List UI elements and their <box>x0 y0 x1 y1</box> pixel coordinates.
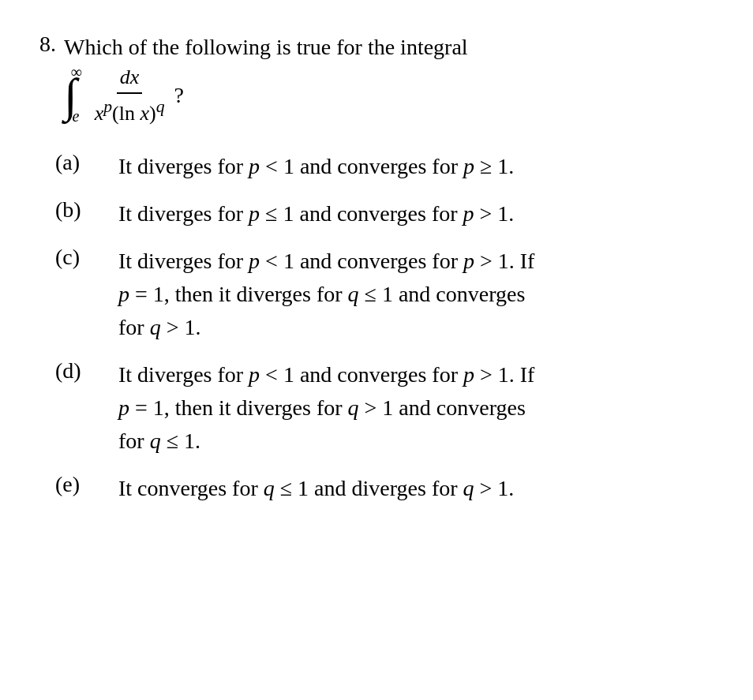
option-text-e: It converges for q ≤ 1 and diverges for … <box>118 472 514 505</box>
integral-expression: ∫ ∞ e dx xp(ln x)q ? <box>64 64 468 126</box>
option-text-d: It diverges for p < 1 and converges for … <box>118 358 534 458</box>
question-header: 8. Which of the following is true for th… <box>39 32 714 126</box>
option-row-d: (d) It diverges for p < 1 and converges … <box>55 358 714 458</box>
fraction-denominator: xp(ln x)q <box>92 94 168 126</box>
option-row-c: (c) It diverges for p < 1 and converges … <box>55 245 714 344</box>
question-mark: ? <box>174 83 184 108</box>
options-list: (a) It diverges for p < 1 and converges … <box>55 150 714 505</box>
integral-fraction: dx xp(ln x)q <box>92 64 168 126</box>
option-row-a: (a) It diverges for p < 1 and converges … <box>55 150 714 183</box>
integral-upper-limit: ∞ <box>70 62 81 81</box>
option-row-b: (b) It diverges for p ≤ 1 and converges … <box>55 197 714 230</box>
option-text-a: It diverges for p < 1 and converges for … <box>118 150 514 183</box>
option-label-e: (e) <box>55 472 95 497</box>
integral-lower-limit: e <box>72 107 79 125</box>
question-container: 8. Which of the following is true for th… <box>39 32 714 505</box>
option-text-c: It diverges for p < 1 and converges for … <box>118 245 534 344</box>
fraction-numerator: dx <box>117 64 143 94</box>
question-number: 8. <box>39 32 56 57</box>
integral-with-limits: ∫ ∞ e <box>64 72 85 119</box>
question-text-block: Which of the following is true for the i… <box>64 32 468 126</box>
option-text-b: It diverges for p ≤ 1 and converges for … <box>118 197 514 230</box>
option-label-d: (d) <box>55 358 95 384</box>
option-label-a: (a) <box>55 150 95 175</box>
option-label-b: (b) <box>55 197 95 223</box>
option-label-c: (c) <box>55 245 95 270</box>
option-row-e: (e) It converges for q ≤ 1 and diverges … <box>55 472 714 505</box>
question-prefix: Which of the following is true for the i… <box>64 32 468 62</box>
